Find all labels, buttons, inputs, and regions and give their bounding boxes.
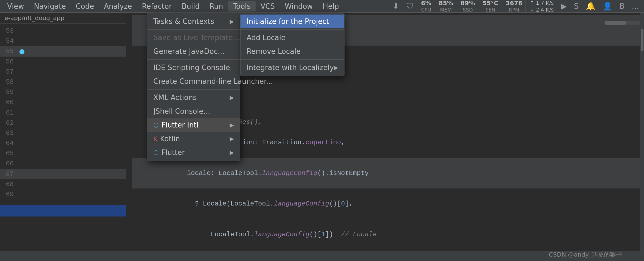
menu-divider-2 xyxy=(147,59,240,60)
code-line-64: 64 xyxy=(0,138,126,148)
arrow-icon-kotlin: ▶ xyxy=(230,135,234,142)
submenu-divider-2 xyxy=(241,59,344,60)
submenu-initialize-project[interactable]: Initialize for the Project xyxy=(241,15,344,28)
menu-refactor[interactable]: Refactor xyxy=(137,1,177,12)
skype-icon[interactable]: S xyxy=(571,2,581,11)
code-line-selected xyxy=(0,205,126,216)
code-line-61: 61 xyxy=(0,108,126,118)
code-line-68: 68 xyxy=(0,179,126,189)
horizontal-scrollbar[interactable] xyxy=(605,21,640,25)
menu-code[interactable]: Code xyxy=(71,1,99,12)
menu-tasks-contexts[interactable]: Tasks & Contexts ▶ xyxy=(147,15,240,28)
code-line-62: 62 xyxy=(0,118,126,128)
rpm-value: 3676 xyxy=(506,0,522,7)
vertical-scrollbar[interactable] xyxy=(640,13,644,261)
code-line-54: 54 xyxy=(0,36,126,46)
menu-kotlin[interactable]: K Kotlin ▶ xyxy=(147,132,240,146)
cpu-value: 6% xyxy=(421,0,431,7)
code-line-65: 65 xyxy=(0,148,126,159)
menu-navigate[interactable]: Navigate xyxy=(29,1,71,12)
code-line-58: 58 xyxy=(0,77,126,87)
submenu-remove-locale[interactable]: Remove Locale xyxy=(241,45,344,58)
net-upload: ↑ 1.7 K/s xyxy=(530,0,554,6)
status-area: ⬇ 🛡 6% CPU 85% MEM 89% SSD 55°C SEN 3676… xyxy=(390,0,642,13)
rpm-status: 3676 RPM xyxy=(503,0,526,13)
menu-vcs[interactable]: VCS xyxy=(256,1,280,12)
menu-run[interactable]: Run xyxy=(205,1,228,12)
code-line-56: 56 xyxy=(0,57,126,67)
ssd-value: 89% xyxy=(461,0,475,7)
menu-save-live-template: Save as Live Template... xyxy=(147,31,240,45)
code-editor-left[interactable]: 53 54 55 ⬤ 56 57 xyxy=(0,24,126,219)
mem-value: 85% xyxy=(439,0,453,7)
menu-divider-3 xyxy=(147,89,240,90)
mem-label: MEM xyxy=(440,7,452,13)
menu-window[interactable]: Window xyxy=(280,1,318,12)
code-line-55: 55 ⬤ xyxy=(0,46,126,56)
menu-help[interactable]: Help xyxy=(318,1,344,12)
code-line-60: 60 xyxy=(0,97,126,107)
cpu-label: CPU xyxy=(421,7,431,13)
kotlin-icon: K xyxy=(153,135,157,142)
watermark: CSDN @andy_调皮的猴子 xyxy=(549,251,622,259)
submenu-divider-1 xyxy=(241,29,344,30)
bluetooth-icon[interactable]: B xyxy=(617,2,627,11)
statusbar xyxy=(0,251,644,261)
menu-divider-1 xyxy=(147,29,240,30)
shield-icon[interactable]: 🛡 xyxy=(403,2,417,11)
flutter-icon: ⬡ xyxy=(153,149,159,156)
right-line-69: LocaleTool.languageConfig()[1]) // Local… xyxy=(132,219,644,250)
scrollbar-thumb-vertical xyxy=(641,29,643,51)
menu-tools[interactable]: Tools xyxy=(228,1,256,12)
menubar: View Navigate Code Analyze Refactor Buil… xyxy=(0,0,644,13)
scrollbar-thumb xyxy=(605,21,626,25)
code-line-57: 57 xyxy=(0,67,126,77)
breakpoint-icon: ⬤ xyxy=(19,48,25,56)
flutter-intl-submenu: Initialize for the Project Add Locale Re… xyxy=(240,13,344,76)
user-icon[interactable]: 👤 xyxy=(600,2,615,11)
menu-flutter[interactable]: ⬡ Flutter ▶ xyxy=(147,146,240,159)
menu-flutter-intl[interactable]: ⬡ Flutter Intl ▶ xyxy=(147,118,240,132)
left-panel: e-app/nft_doug_app 53 54 55 ⬤ 56 xyxy=(0,13,126,261)
net-status: ↑ 1.7 K/s ↓ 2.4 K/s xyxy=(527,0,557,13)
submenu-add-locale[interactable]: Add Locale xyxy=(241,31,344,45)
menu-create-commandline[interactable]: Create Command-line Launcher... xyxy=(147,74,240,88)
arrow-icon-xml: ▶ xyxy=(230,94,234,101)
sen-label: SEN xyxy=(485,7,495,13)
sen-status: 55°C SEN xyxy=(480,0,501,13)
menu-view[interactable]: View xyxy=(2,1,29,12)
flutter-intl-icon: ⬡ xyxy=(153,122,159,129)
arrow-icon-localizely: ▶ xyxy=(334,64,338,71)
breadcrumb: e-app/nft_doug_app xyxy=(0,13,126,24)
net-download: ↓ 2.4 K/s xyxy=(530,6,554,13)
code-line-67: 67 xyxy=(0,169,126,179)
mem-status: 85% MEM xyxy=(436,0,456,13)
submenu-integrate-localizely[interactable]: Integrate with Localizely ▶ xyxy=(241,61,344,74)
menu-ide-scripting-console[interactable]: IDE Scripting Console xyxy=(147,61,240,74)
menu-analyze[interactable]: Analyze xyxy=(99,1,137,12)
right-line-68: ? Locale(LocaleTool.languageConfig()[0], xyxy=(132,188,644,219)
menu-generate-javadoc[interactable]: Generate JavaDoc... xyxy=(147,45,240,58)
menu-xml-actions[interactable]: XML Actions ▶ xyxy=(147,91,240,104)
ssd-status: 89% SSD xyxy=(458,0,478,13)
rpm-label: RPM xyxy=(509,7,519,13)
cpu-status: 6% CPU xyxy=(418,0,434,13)
ssd-label: SSD xyxy=(463,7,473,13)
bell-icon[interactable]: 🔔 xyxy=(583,2,598,11)
menu-build[interactable]: Build xyxy=(177,1,204,12)
sen-value: 55°C xyxy=(482,0,498,7)
play-icon[interactable]: ▶ xyxy=(558,2,570,11)
code-line-69: 69 xyxy=(0,189,126,199)
download-icon[interactable]: ⬇ xyxy=(390,2,402,11)
code-line-59: 59 xyxy=(0,87,126,97)
menu-jshell-console[interactable]: JShell Console... xyxy=(147,104,240,118)
arrow-icon-flutter-intl: ▶ xyxy=(230,122,234,128)
arrow-icon-flutter: ▶ xyxy=(230,149,234,156)
right-line-67: locale: LocaleTool.languageConfig().isNo… xyxy=(132,158,644,189)
arrow-icon: ▶ xyxy=(230,18,234,25)
overflow-icon[interactable]: ... xyxy=(629,2,642,11)
code-line-66: 66 xyxy=(0,159,126,169)
tools-menu: Tasks & Contexts ▶ Save as Live Template… xyxy=(147,13,240,161)
code-line-53: 53 xyxy=(0,26,126,36)
code-line-63: 63 xyxy=(0,128,126,138)
